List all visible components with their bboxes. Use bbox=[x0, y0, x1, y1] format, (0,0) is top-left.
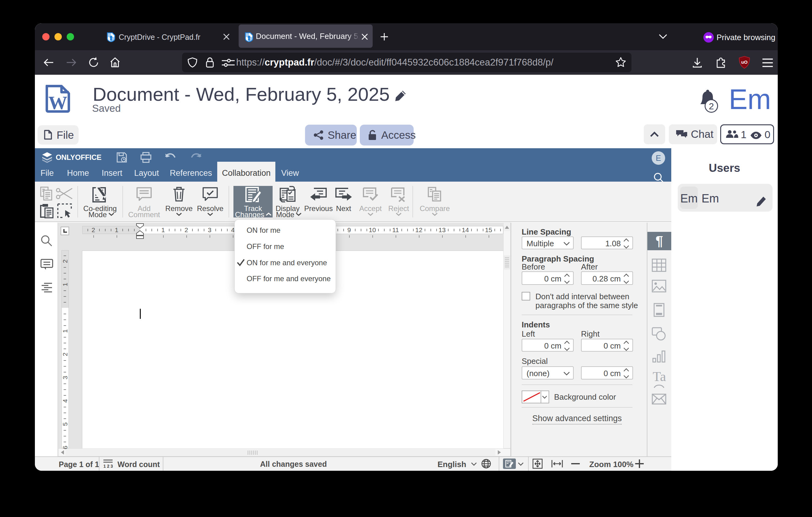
svg-text:1 2 3: 1 2 3 bbox=[104, 464, 113, 468]
svg-text:W: W bbox=[48, 92, 67, 113]
svg-text:uO: uO bbox=[741, 59, 748, 65]
